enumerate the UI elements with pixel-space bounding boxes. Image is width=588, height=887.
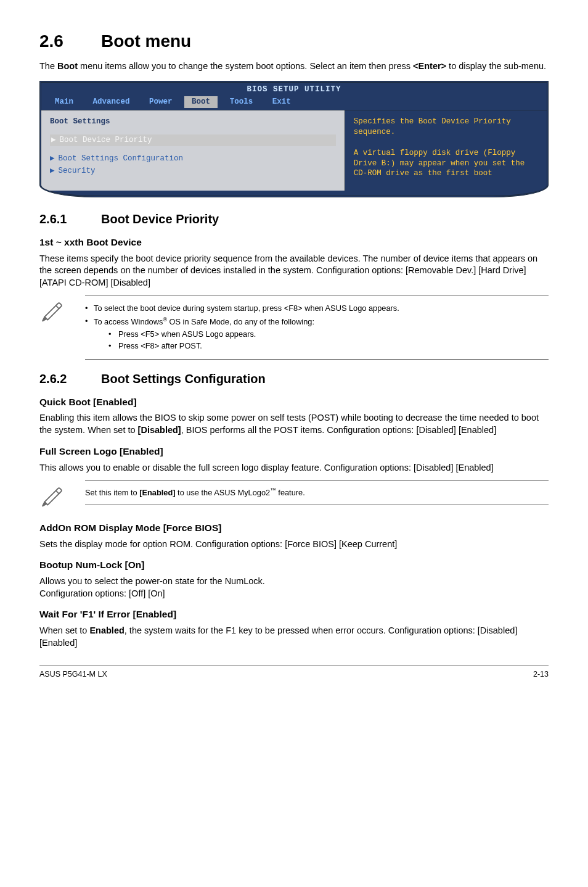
bios-tab-boot: Boot xyxy=(184,96,218,108)
para-heading: 1st ~ xxth Boot Device xyxy=(39,236,549,249)
body-text: Sets the display mode for option ROM. Co… xyxy=(39,538,549,551)
section-title-text: Boot menu xyxy=(101,31,191,51)
section-intro: The Boot menu items allow you to change … xyxy=(39,60,549,73)
body-text: Enabling this item allows the BIOS to sk… xyxy=(39,412,549,436)
bios-tab-advanced: Advanced xyxy=(86,96,137,108)
bios-screenshot: BIOS SETUP UTILITY Main Advanced Power B… xyxy=(39,81,549,197)
bios-tab-power: Power xyxy=(142,96,180,108)
page-footer: ASUS P5G41-M LX 2-13 xyxy=(39,665,549,680)
para-heading: Wait For 'F1' If Error [Enabled] xyxy=(39,608,549,621)
text: to use the ASUS MyLogo2 xyxy=(176,488,271,497)
section-heading: 2.6Boot menu xyxy=(39,30,549,53)
bios-tab-bar: Main Advanced Power Boot Tools Exit xyxy=(41,96,547,110)
subsection-number: 2.6.1 xyxy=(39,211,101,228)
text: to display the sub-menu. xyxy=(446,61,546,71)
text: feature. xyxy=(276,488,305,497)
footer-page-number: 2-13 xyxy=(533,669,549,680)
body-text: When set to Enabled, the system waits fo… xyxy=(39,625,549,649)
note-sub-bullet: Press <F5> when ASUS Logo appears. xyxy=(94,329,549,339)
bios-tab-main: Main xyxy=(47,96,81,108)
subsection-number: 2.6.2 xyxy=(39,371,101,387)
section-number: 2.6 xyxy=(39,30,101,53)
text: When set to xyxy=(39,625,89,635)
text-bold: [Enabled] xyxy=(139,488,175,497)
bios-row-security: ▶Security xyxy=(50,166,336,176)
note-content: To select the boot device during system … xyxy=(85,295,549,359)
para-heading: Bootup Num-Lock [On] xyxy=(39,559,549,572)
text-bold: Boot xyxy=(57,61,78,71)
text: To select the boot device during system … xyxy=(94,303,399,313)
body-text: These items specify the boot device prio… xyxy=(39,253,549,289)
text: menu items allow you to change the syste… xyxy=(78,61,413,71)
note-block: Set this item to [Enabled] to use the AS… xyxy=(39,480,549,511)
bios-body: Boot Settings ▶Boot Device Priority ▶Boo… xyxy=(41,110,547,191)
bios-left-heading: Boot Settings xyxy=(50,117,336,127)
arrow-icon: ▶ xyxy=(51,136,56,144)
text: To access Windows xyxy=(94,318,163,327)
text-bold: <Enter> xyxy=(413,61,446,71)
bios-left-pane: Boot Settings ▶Boot Device Priority ▶Boo… xyxy=(41,110,345,191)
bios-row-boot-device-priority: ▶Boot Device Priority xyxy=(50,134,336,146)
bios-tab-exit: Exit xyxy=(265,96,298,108)
registered-icon: ® xyxy=(163,316,167,323)
footer-left: ASUS P5G41-M LX xyxy=(39,669,107,680)
bios-help-pane: Specifies the Boot Device Priority seque… xyxy=(345,110,547,191)
text: Set this item to xyxy=(85,488,139,497)
para-heading: AddOn ROM Display Mode [Force BIOS] xyxy=(39,522,549,535)
pencil-icon xyxy=(39,295,67,326)
text: , BIOS performs all the POST items. Conf… xyxy=(181,425,497,435)
arrow-icon: ▶ xyxy=(50,167,55,175)
note-block: To select the boot device during system … xyxy=(39,295,549,359)
subsection-title: Boot Settings Configuration xyxy=(101,372,266,386)
bios-row-boot-settings-config: ▶Boot Settings Configuration xyxy=(50,154,336,164)
bios-window: BIOS SETUP UTILITY Main Advanced Power B… xyxy=(39,81,549,197)
note-sub-bullet: Press <F8> after POST. xyxy=(94,340,549,351)
pencil-icon xyxy=(39,480,67,511)
bios-row-label: Boot Device Priority xyxy=(60,136,152,144)
bios-tab-tools: Tools xyxy=(223,96,261,108)
trademark-icon: ™ xyxy=(270,487,276,493)
subsection-title: Boot Device Priority xyxy=(101,212,219,226)
arrow-icon: ▶ xyxy=(50,154,55,163)
note-bullet: To select the boot device during system … xyxy=(85,303,549,313)
subsection-heading: 2.6.1Boot Device Priority xyxy=(39,211,549,228)
text-bold: Enabled xyxy=(89,625,124,635)
subsection-heading: 2.6.2Boot Settings Configuration xyxy=(39,371,549,387)
body-text: This allows you to enable or disable the… xyxy=(39,462,549,474)
text: OS in Safe Mode, do any of the following… xyxy=(167,318,314,327)
bios-row-label: Security xyxy=(59,167,96,175)
bios-row-label: Boot Settings Configuration xyxy=(59,154,184,163)
bios-header: BIOS SETUP UTILITY xyxy=(41,83,547,96)
para-heading: Quick Boot [Enabled] xyxy=(39,396,549,409)
note-bullet: To access Windows® OS in Safe Mode, do a… xyxy=(85,316,549,351)
text-bold: [Disabled] xyxy=(138,425,181,435)
text: The xyxy=(39,61,57,71)
note-content: Set this item to [Enabled] to use the AS… xyxy=(85,480,549,505)
body-text: Allows you to select the power-on state … xyxy=(39,576,549,600)
para-heading: Full Screen Logo [Enabled] xyxy=(39,445,549,458)
